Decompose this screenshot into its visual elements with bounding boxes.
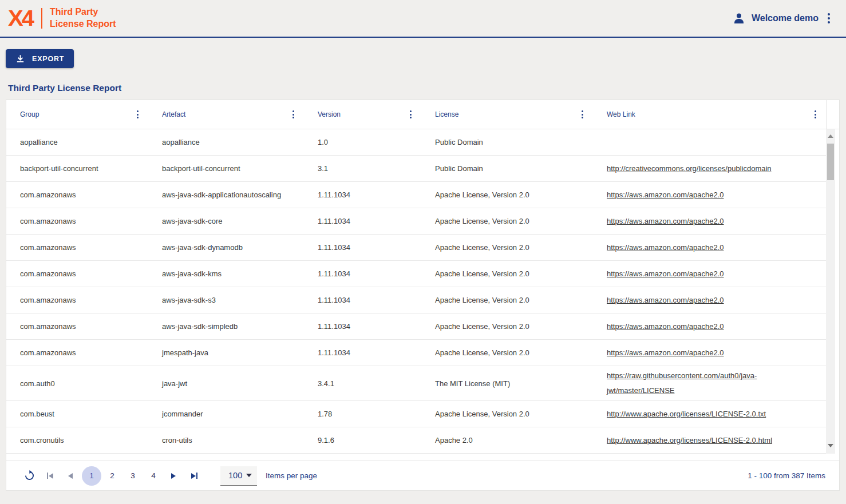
weblink-link[interactable]: http://www.apache.org/licenses/LICENSE-2…: [607, 436, 772, 445]
cell-artefact: aws-java-sdk-applicationautoscaling: [148, 188, 304, 201]
weblink-link[interactable]: https://aws.amazon.com/apache2.0: [607, 269, 724, 278]
cell-artefact: aopalliance: [148, 136, 304, 149]
column-menu-icon-weblink[interactable]: [812, 108, 819, 121]
app-title: Third Party License Report: [50, 6, 116, 30]
license-table-card: Group Artefact Version License Web Link: [6, 100, 840, 491]
weblink-link[interactable]: https://aws.amazon.com/apache2.0: [607, 243, 724, 252]
cell-artefact: jcommander: [148, 407, 304, 420]
table-row[interactable]: com.beust jcommander 1.78 Apache License…: [6, 401, 826, 427]
cell-artefact: java-jwt: [148, 377, 304, 390]
weblink-link[interactable]: https://aws.amazon.com/apache2.0: [607, 217, 724, 225]
cell-weblink: https://aws.amazon.com/apache2.0: [593, 264, 826, 284]
cell-license: Apache License, Version 2.0: [421, 346, 593, 359]
items-per-page-label: Items per page: [266, 471, 317, 480]
table-body: aopalliance aopalliance 1.0 Public Domai…: [6, 129, 826, 454]
table-row[interactable]: com.cronutils cron-utils 9.1.6 Apache 2.…: [6, 427, 826, 454]
column-header-weblink: Web Link: [593, 100, 826, 129]
table-row[interactable]: com.amazonaws aws-java-sdk-s3 1.11.1034 …: [6, 287, 826, 313]
cell-group: com.auth0: [6, 377, 148, 390]
weblink-link[interactable]: https://raw.githubusercontent.com/auth0/…: [607, 371, 757, 395]
item-range-label: 1 - 100 from 387 Items: [748, 471, 825, 480]
column-header-artefact-label: Artefact: [162, 110, 185, 118]
scrollbar-thumb[interactable]: [827, 144, 834, 180]
weblink-link[interactable]: http://creativecommons.org/licenses/publ…: [607, 164, 772, 173]
weblink-link[interactable]: https://aws.amazon.com/apache2.0: [607, 348, 724, 357]
page-button-2[interactable]: 2: [102, 466, 122, 486]
paginator: 1234 100 Items per page 1 - 100 from 387…: [6, 461, 839, 490]
table-bottom-strip: [6, 454, 839, 461]
table-row[interactable]: com.amazonaws aws-java-sdk-core 1.11.103…: [6, 208, 826, 235]
cell-weblink: https://aws.amazon.com/apache2.0: [593, 291, 826, 310]
cell-version: 1.0: [304, 136, 421, 149]
cell-license: Apache License, Version 2.0: [421, 407, 593, 420]
table-row[interactable]: com.amazonaws aws-java-sdk-dynamodb 1.11…: [6, 235, 826, 261]
brand: X4 Third Party License Report: [8, 6, 116, 30]
last-page-icon: [191, 473, 197, 479]
weblink-link[interactable]: https://aws.amazon.com/apache2.0: [607, 322, 724, 331]
download-icon: [15, 54, 25, 64]
chevron-down-icon: [246, 474, 252, 477]
table-row[interactable]: com.amazonaws aws-java-sdk-simpledb 1.11…: [6, 313, 826, 340]
column-menu-icon-group[interactable]: [135, 108, 141, 121]
weblink-link[interactable]: https://aws.amazon.com/apache2.0: [607, 191, 724, 199]
column-menu-icon-license[interactable]: [579, 108, 586, 121]
cell-license: Apache License, Version 2.0: [421, 320, 593, 333]
vertical-scrollbar[interactable]: [826, 129, 835, 454]
column-header-version: Version: [304, 100, 421, 129]
app-title-line1: Third Party: [50, 7, 98, 17]
page-button-1[interactable]: 1: [82, 466, 101, 486]
page-button-3[interactable]: 3: [123, 466, 143, 486]
weblink-link[interactable]: https://aws.amazon.com/apache2.0: [607, 296, 724, 304]
next-page-button[interactable]: [164, 467, 183, 485]
weblink-link[interactable]: http://www.apache.org/licenses/LICENSE-2…: [607, 410, 766, 418]
table-row[interactable]: com.amazonaws aws-java-sdk-kms 1.11.1034…: [6, 261, 826, 287]
column-header-group-label: Group: [20, 110, 39, 118]
items-per-page-select[interactable]: 100: [220, 466, 257, 486]
column-menu-icon-artefact[interactable]: [290, 108, 297, 121]
export-button-label: EXPORT: [32, 55, 64, 63]
column-header-artefact: Artefact: [148, 100, 304, 129]
cell-version: 1.11.1034: [304, 346, 421, 359]
cell-license: Apache License, Version 2.0: [421, 215, 593, 228]
refresh-button[interactable]: [20, 467, 38, 485]
cell-group: com.amazonaws: [6, 267, 148, 280]
cell-group: com.amazonaws: [6, 215, 148, 228]
cell-weblink: https://raw.githubusercontent.com/auth0/…: [593, 366, 826, 400]
table-row[interactable]: com.amazonaws jmespath-java 1.11.1034 Ap…: [6, 340, 826, 366]
cell-artefact: aws-java-sdk-dynamodb: [148, 241, 304, 254]
column-menu-icon-version[interactable]: [408, 108, 414, 121]
cell-version: 9.1.6: [304, 434, 421, 447]
page-button-4[interactable]: 4: [144, 466, 163, 486]
scroll-down-icon[interactable]: [826, 441, 835, 450]
cell-group: com.amazonaws: [6, 346, 148, 359]
cell-group: aopalliance: [6, 136, 148, 149]
scroll-up-icon[interactable]: [826, 132, 835, 141]
export-button[interactable]: EXPORT: [6, 49, 74, 68]
first-page-button[interactable]: [41, 467, 59, 485]
cell-weblink: https://aws.amazon.com/apache2.0: [593, 185, 826, 205]
cell-version: 1.11.1034: [304, 188, 421, 201]
previous-page-button[interactable]: [61, 467, 80, 485]
cell-license: Apache License, Version 2.0: [421, 267, 593, 280]
table-row[interactable]: com.amazonaws aws-java-sdk-applicationau…: [6, 182, 826, 208]
user-area: Welcome demo: [732, 11, 833, 26]
table-header-filler: [826, 100, 839, 129]
cell-artefact: aws-java-sdk-core: [148, 215, 304, 228]
cell-artefact: aws-java-sdk-s3: [148, 293, 304, 307]
cell-version: 3.4.1: [304, 377, 421, 390]
user-menu-kebab-icon[interactable]: [824, 11, 833, 26]
cell-license: Public Domain: [421, 136, 593, 149]
table-row[interactable]: aopalliance aopalliance 1.0 Public Domai…: [6, 129, 826, 156]
table-row[interactable]: com.auth0 java-jwt 3.4.1 The MIT License…: [6, 366, 826, 401]
person-icon: [732, 11, 746, 25]
cell-group: com.amazonaws: [6, 293, 148, 307]
column-header-license-label: License: [435, 110, 458, 118]
cell-group: backport-util-concurrent: [6, 162, 148, 175]
cell-license: Public Domain: [421, 162, 593, 175]
last-page-button[interactable]: [185, 467, 203, 485]
cell-version: 1.11.1034: [304, 293, 421, 307]
next-page-icon: [171, 473, 176, 479]
cell-license: The MIT License (MIT): [421, 377, 593, 390]
cell-artefact: aws-java-sdk-simpledb: [148, 320, 304, 333]
table-row[interactable]: backport-util-concurrent backport-util-c…: [6, 156, 826, 182]
